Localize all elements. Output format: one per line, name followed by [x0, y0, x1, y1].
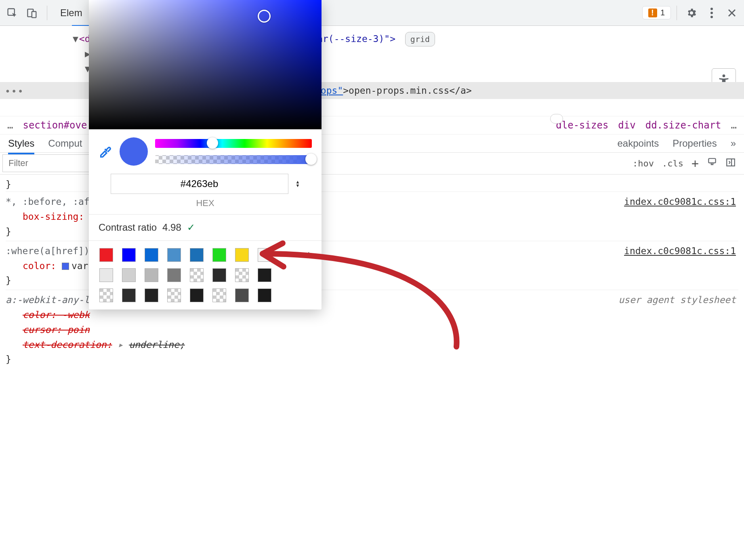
subtab-styles[interactable]: Styles [8, 138, 34, 149]
palette-swatch[interactable] [99, 288, 113, 302]
format-spinner[interactable]: ▲▼ [296, 180, 300, 187]
hov-toggle[interactable]: :hov [633, 158, 654, 168]
palette-swatch[interactable] [258, 268, 271, 282]
subtab-properties[interactable]: Properties [673, 138, 717, 149]
svg-point-4 [710, 12, 713, 14]
breadcrumb-overflow-right[interactable]: … [731, 120, 737, 131]
palette-swatch[interactable] [235, 248, 249, 262]
palette-swatch[interactable] [167, 288, 181, 302]
grid-badge[interactable]: grid [405, 32, 435, 46]
palette-swatch[interactable] [235, 288, 249, 302]
svg-rect-2 [32, 11, 36, 17]
close-icon[interactable] [723, 4, 741, 22]
hex-label: HEX [89, 198, 322, 214]
subtab-breakpoints[interactable]: eakpoints [618, 138, 659, 149]
css-value[interactable]: underline; [129, 339, 185, 350]
spectrum-handle[interactable] [258, 10, 271, 23]
palette-swatch[interactable] [212, 288, 226, 302]
breadcrumb-item[interactable]: dle-sizes [556, 120, 608, 131]
check-icon: ✓ [187, 222, 195, 233]
palette-swatch[interactable] [167, 248, 181, 262]
current-color-preview [120, 137, 148, 166]
alpha-thumb[interactable] [305, 154, 317, 165]
issues-count: 1 [660, 8, 665, 17]
swatch-palette: ▲▼ [89, 240, 322, 309]
color-spectrum[interactable] [89, 0, 322, 129]
svg-rect-8 [727, 159, 735, 166]
palette-swatch[interactable] [167, 268, 181, 282]
dom-text-content: open-props.min.css [349, 85, 449, 96]
palette-swatch[interactable] [190, 288, 204, 302]
new-rule-icon[interactable]: + [691, 156, 699, 171]
palette-swatch[interactable] [190, 268, 204, 282]
color-swatch[interactable] [62, 263, 69, 270]
css-prop-overridden[interactable]: cursor: poin [23, 322, 738, 337]
subtab-computed[interactable]: Comput [48, 138, 82, 149]
palette-swatch[interactable] [258, 248, 271, 262]
dom-attr-value: var(--size-3)"> [311, 34, 395, 44]
remove-badge[interactable] [550, 114, 563, 124]
hue-slider[interactable] [155, 139, 312, 148]
tab-elements[interactable]: Elem [53, 7, 90, 19]
palette-swatch[interactable] [145, 248, 158, 262]
toolbar-divider [47, 6, 47, 20]
svg-rect-7 [708, 158, 715, 163]
palette-swatch[interactable] [235, 268, 249, 282]
palette-swatch[interactable] [212, 268, 226, 282]
breadcrumb-item[interactable]: section#ove [23, 120, 87, 131]
dom-link-text: ops" [321, 85, 343, 96]
css-value[interactable]: var [71, 261, 88, 271]
palette-swatch[interactable] [122, 288, 136, 302]
svg-point-6 [723, 74, 725, 77]
kebab-menu-icon[interactable] [703, 4, 721, 22]
css-prop-overridden[interactable]: color: -webk [23, 307, 738, 322]
contrast-label: Contrast ratio [99, 222, 157, 233]
breadcrumb-item[interactable]: dd.size-chart [645, 120, 721, 131]
css-source-ua: user agent stylesheet [618, 293, 736, 307]
contrast-value: 4.98 [162, 222, 181, 233]
palette-swatch[interactable] [190, 248, 204, 262]
eyedropper-icon[interactable] [99, 144, 112, 160]
svg-point-3 [710, 8, 713, 10]
inspect-element-icon[interactable] [3, 4, 21, 22]
svg-point-5 [710, 16, 713, 18]
breadcrumb-overflow-left[interactable]: … [7, 120, 13, 131]
cls-toggle[interactable]: .cls [662, 158, 683, 168]
contrast-row[interactable]: Contrast ratio 4.98 ✓ [89, 214, 322, 240]
color-picker-popover: ▲▼ HEX Contrast ratio 4.98 ✓ ▲▼ [89, 0, 322, 309]
css-prop[interactable]: box-sizing: [23, 211, 84, 222]
toggle-sidebar-icon[interactable] [725, 157, 736, 170]
hue-thumb[interactable] [207, 137, 218, 149]
warning-icon [648, 8, 657, 17]
css-source-link[interactable]: index.c0c9081c.css:1 [624, 194, 736, 209]
palette-swatch[interactable] [122, 268, 136, 282]
settings-gear-icon[interactable] [683, 4, 700, 22]
dom-closing-tag: </a> [449, 85, 471, 96]
css-prop-overridden[interactable]: text-decoration: [23, 339, 112, 350]
palette-swatch[interactable] [258, 288, 271, 302]
subtabs-overflow[interactable]: » [731, 138, 736, 149]
device-toggle-icon[interactable] [23, 4, 41, 22]
css-prop[interactable]: color: [23, 261, 56, 271]
palette-swatch[interactable] [145, 268, 158, 282]
alpha-slider[interactable] [155, 155, 312, 164]
palette-swatch[interactable] [99, 268, 113, 282]
styles-brush-icon[interactable] [707, 157, 717, 170]
issues-chip[interactable]: 1 [642, 6, 671, 19]
hex-input[interactable] [111, 174, 288, 194]
palette-swatch[interactable] [99, 248, 113, 262]
breadcrumb-item[interactable]: div [618, 120, 635, 131]
toolbar-divider [677, 6, 677, 20]
palette-swatch[interactable] [212, 248, 226, 262]
palette-swatch[interactable] [122, 248, 136, 262]
palette-swatch[interactable] [145, 288, 158, 302]
ellipsis-icon: ••• [5, 86, 24, 97]
palette-spinner[interactable]: ▲▼ [307, 251, 311, 259]
css-source-link[interactable]: index.c0c9081c.css:1 [624, 244, 736, 259]
